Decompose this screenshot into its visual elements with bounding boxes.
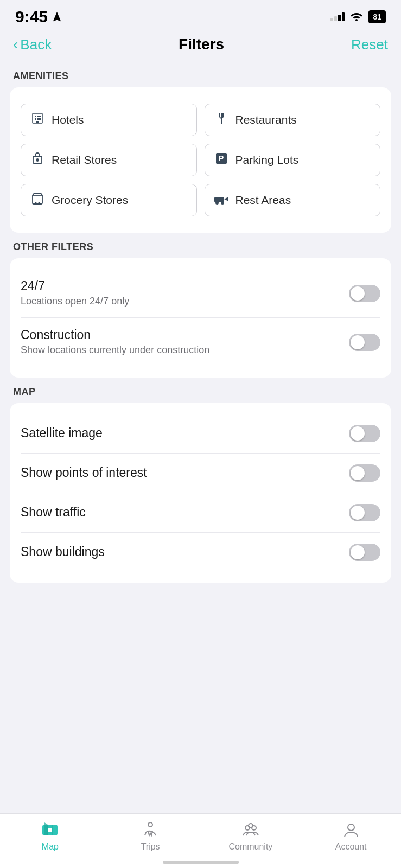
map-traffic-row: Show traffic (21, 493, 380, 533)
map-buildings-label: Show buildings (21, 545, 105, 559)
filter-247-subtitle: Locations open 24/7 only (21, 295, 338, 308)
wifi-icon (350, 11, 363, 23)
map-traffic-toggle[interactable] (349, 504, 380, 521)
map-satellite-label: Satellite image (21, 426, 103, 441)
amenity-parking[interactable]: P Parking Lots (205, 144, 381, 176)
amenity-hotels[interactable]: Hotels (21, 104, 197, 136)
tab-community-label: Community (228, 842, 272, 852)
battery-level: 81 (373, 12, 381, 21)
filter-247-toggle[interactable] (349, 285, 380, 302)
amenity-retail[interactable]: Retail Stores (21, 144, 197, 176)
map-section-header: MAP (0, 378, 401, 403)
svg-rect-5 (37, 118, 39, 120)
signal-bar-1 (330, 18, 333, 21)
back-button[interactable]: ‹ Back (13, 36, 52, 53)
filter-247-row: 24/7 Locations open 24/7 only (21, 269, 380, 318)
amenities-card: Hotels Restaurants (10, 87, 391, 233)
map-poi-toggle[interactable] (349, 464, 380, 482)
tab-account[interactable]: Account (324, 820, 378, 852)
amenities-section-header: AMENITIES (0, 62, 401, 87)
hotels-label: Hotels (52, 113, 84, 126)
page-title: Filters (179, 36, 224, 53)
home-indicator (163, 861, 239, 864)
svg-rect-6 (39, 118, 41, 120)
tab-community[interactable]: Community (224, 820, 278, 852)
svg-point-21 (215, 201, 219, 205)
tab-trips-label: Trips (141, 842, 160, 852)
restaurants-icon (214, 112, 229, 128)
signal-bars (330, 12, 345, 21)
svg-rect-4 (35, 118, 36, 120)
amenity-restaurants[interactable]: Restaurants (205, 104, 381, 136)
battery-indicator: 81 (368, 10, 386, 23)
signal-bar-3 (338, 15, 341, 21)
parking-icon: P (214, 152, 229, 168)
tab-trips[interactable]: Trips (123, 820, 177, 852)
status-icons: 81 (330, 10, 386, 23)
amenity-rest[interactable]: Rest Areas (205, 184, 381, 216)
svg-point-24 (48, 828, 52, 832)
back-label: Back (20, 36, 52, 53)
signal-bar-4 (342, 12, 345, 21)
filter-construction-text: Construction Show locations currently un… (21, 328, 349, 356)
tab-bar: Map Trips Community (0, 813, 401, 868)
svg-marker-20 (224, 197, 228, 201)
tab-account-label: Account (335, 842, 367, 852)
tab-account-icon (341, 820, 361, 840)
grocery-icon (30, 192, 45, 208)
rest-label: Rest Areas (235, 194, 291, 207)
svg-point-31 (348, 824, 354, 831)
other-filters-section-header: OTHER FILTERS (0, 233, 401, 258)
retail-icon (30, 152, 45, 168)
svg-point-13 (36, 159, 39, 161)
map-poi-row: Show points of interest (21, 454, 380, 493)
parking-label: Parking Lots (235, 154, 299, 167)
tab-map-label: Map (42, 842, 59, 852)
back-chevron-icon: ‹ (13, 36, 18, 53)
signal-bar-2 (334, 16, 337, 21)
map-poi-label: Show points of interest (21, 465, 147, 480)
grocery-label: Grocery Stores (52, 194, 128, 207)
map-buildings-toggle[interactable] (349, 544, 380, 561)
map-satellite-toggle[interactable] (349, 425, 380, 442)
filter-247-title: 24/7 (21, 279, 338, 293)
svg-point-30 (249, 824, 253, 828)
hotels-icon (30, 112, 45, 128)
filter-construction-subtitle: Show locations currently under construct… (21, 344, 338, 356)
reset-button[interactable]: Reset (351, 36, 388, 53)
map-card: Satellite image Show points of interest … (10, 403, 391, 583)
rest-icon (214, 193, 229, 208)
svg-rect-2 (37, 116, 39, 117)
nav-bar: ‹ Back Filters Reset (0, 30, 401, 62)
svg-point-18 (39, 202, 40, 204)
restaurants-label: Restaurants (235, 113, 297, 126)
svg-point-27 (148, 822, 152, 827)
tab-community-icon (241, 820, 260, 840)
svg-point-17 (35, 202, 37, 204)
svg-rect-3 (39, 116, 41, 117)
tab-trips-icon (141, 820, 160, 840)
map-buildings-row: Show buildings (21, 533, 380, 572)
svg-point-22 (221, 201, 224, 205)
filter-247-text: 24/7 Locations open 24/7 only (21, 279, 349, 308)
filter-construction-title: Construction (21, 328, 338, 342)
filter-construction-row: Construction Show locations currently un… (21, 318, 380, 366)
retail-label: Retail Stores (52, 154, 117, 167)
other-filters-card: 24/7 Locations open 24/7 only Constructi… (10, 258, 391, 378)
svg-text:P: P (219, 154, 224, 163)
map-traffic-label: Show traffic (21, 505, 86, 520)
svg-rect-1 (35, 116, 36, 117)
amenity-grid: Hotels Restaurants (21, 98, 380, 222)
status-time: 9:45 (15, 8, 63, 26)
filter-construction-toggle[interactable] (349, 334, 380, 351)
status-bar: 9:45 81 (0, 0, 401, 30)
svg-rect-7 (36, 121, 39, 123)
tab-map-icon (40, 820, 60, 840)
amenity-grocery[interactable]: Grocery Stores (21, 184, 197, 216)
time-display: 9:45 (15, 8, 48, 26)
location-arrow-icon (51, 11, 63, 23)
map-satellite-row: Satellite image (21, 414, 380, 454)
tab-map[interactable]: Map (23, 820, 77, 852)
